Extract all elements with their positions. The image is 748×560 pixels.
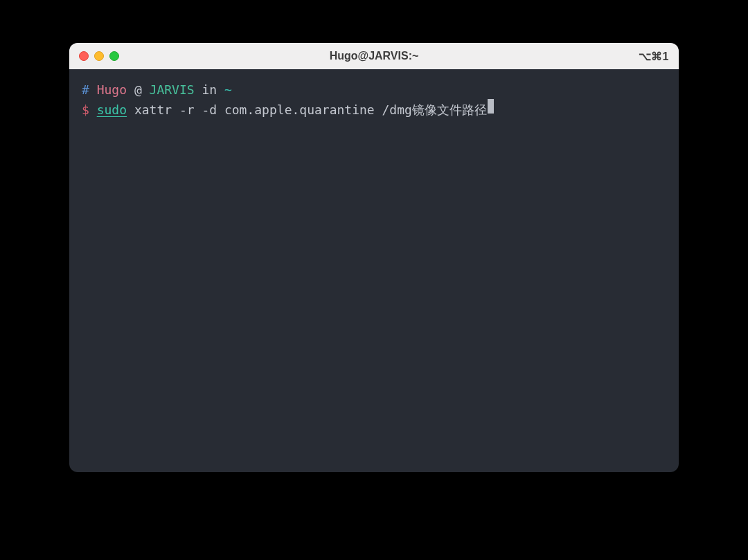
prompt-path: ~ (224, 80, 232, 100)
prompt-host: JARVIS (150, 80, 195, 100)
prompt-at: @ (134, 80, 142, 100)
window-title: Hugo@JARVIS:~ (330, 50, 419, 62)
minimize-icon[interactable] (94, 51, 104, 61)
prompt-symbol: $ (82, 100, 89, 120)
command-line[interactable]: $ sudo xattr -r -d com.apple.quarantine … (82, 100, 666, 120)
prompt-user: Hugo (97, 80, 127, 100)
prompt-context-line: # Hugo @ JARVIS in ~ (82, 80, 666, 100)
title-bar: Hugo@JARVIS:~ ⌥⌘1 (69, 43, 679, 69)
prompt-in: in (202, 80, 217, 100)
prompt-hash: # (82, 80, 89, 100)
terminal-body[interactable]: # Hugo @ JARVIS in ~ $ sudo xattr -r -d … (69, 69, 679, 472)
window-shortcut-indicator: ⌥⌘1 (639, 50, 669, 63)
terminal-window: Hugo@JARVIS:~ ⌥⌘1 # Hugo @ JARVIS in ~ $… (69, 43, 679, 472)
close-icon[interactable] (79, 51, 89, 61)
command-rest: xattr -r -d com.apple.quarantine /dmg镜像文… (134, 100, 487, 120)
traffic-lights (79, 51, 119, 61)
cursor-icon (488, 99, 494, 114)
maximize-icon[interactable] (109, 51, 119, 61)
command-sudo: sudo (97, 100, 127, 120)
